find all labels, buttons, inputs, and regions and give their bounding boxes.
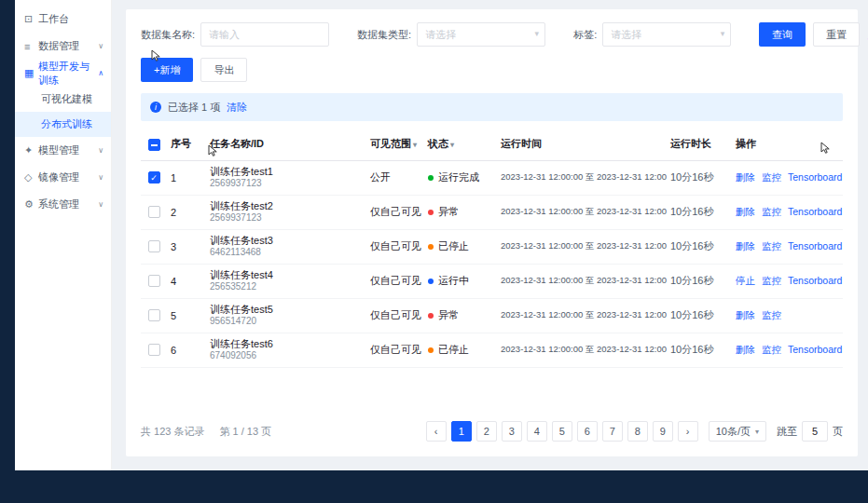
chevron-down-icon: ∨ xyxy=(98,200,103,209)
chevron-down-icon: ∨ xyxy=(98,146,103,155)
sidebar-item-data-management[interactable]: ≡ 数据管理 ∨ xyxy=(15,33,111,60)
selection-count-text: 已选择 1 项 xyxy=(168,101,220,115)
clear-selection-link[interactable]: 清除 xyxy=(227,101,247,115)
row-index: 4 xyxy=(167,264,206,298)
reset-button[interactable]: 重置 xyxy=(813,22,860,47)
gear-icon: ⚙ xyxy=(24,198,38,211)
diamond-icon: ◇ xyxy=(24,171,38,184)
task-name[interactable]: 训练任务test6 xyxy=(210,338,363,350)
status-dot xyxy=(428,244,434,250)
name-filter-input[interactable] xyxy=(200,22,329,47)
tensorboard-action[interactable]: Tensorboard xyxy=(788,275,842,286)
row-checkbox[interactable] xyxy=(148,240,160,252)
sidebar-item-visual-modeling[interactable]: 可视化建模 xyxy=(15,87,111,112)
row-checkbox[interactable]: ✓ xyxy=(148,171,160,184)
page-button-3[interactable]: 3 xyxy=(502,421,522,442)
row-checkbox[interactable] xyxy=(148,309,160,321)
main-area: 数据集名称: 数据集类型: ▾ 标签: ▾ xyxy=(112,0,868,470)
row-checkbox[interactable] xyxy=(148,206,160,218)
jump-suffix: 页 xyxy=(833,425,843,439)
delete-action[interactable]: 删除 xyxy=(736,206,755,217)
tensorboard-action[interactable]: Tensorboard xyxy=(788,344,842,355)
delete-action[interactable]: 删除 xyxy=(736,171,755,183)
status-text: 异常 xyxy=(438,309,459,320)
page-button-9[interactable]: 9 xyxy=(653,421,673,442)
row-checkbox[interactable] xyxy=(148,344,160,356)
export-button[interactable]: 导出 xyxy=(200,58,247,82)
select-all-checkbox[interactable] xyxy=(148,139,160,151)
selection-bar: i 已选择 1 项 清除 xyxy=(141,93,843,121)
page-button-5[interactable]: 5 xyxy=(552,421,572,442)
page-button-4[interactable]: 4 xyxy=(527,421,547,442)
next-page-button[interactable]: › xyxy=(678,421,698,442)
jump-page-input[interactable] xyxy=(802,421,828,442)
page-button-1[interactable]: 1 xyxy=(451,421,472,442)
scope-cell: 公开 xyxy=(366,160,424,195)
monitor-action[interactable]: 监控 xyxy=(762,206,781,217)
col-header-time: 运行时间 xyxy=(497,129,667,160)
run-time: 2023-12-31 12:00:00 至 2023-12-31 12:00:0… xyxy=(497,264,667,298)
page-button-7[interactable]: 7 xyxy=(602,421,623,442)
tag-filter-select[interactable] xyxy=(602,22,731,47)
delete-action[interactable]: 删除 xyxy=(736,344,755,355)
type-filter-label: 数据集类型: xyxy=(357,28,411,42)
stop-action[interactable]: 停止 xyxy=(736,275,755,286)
chevron-up-icon: ∧ xyxy=(98,69,103,77)
monitor-action[interactable]: 监控 xyxy=(762,171,781,183)
chevron-down-icon: ▾ xyxy=(755,428,759,436)
monitor-action[interactable]: 监控 xyxy=(762,344,781,355)
chevron-down-icon: ∨ xyxy=(98,173,103,182)
page-button-8[interactable]: 8 xyxy=(627,421,648,442)
table-footer: 共 123 条记录 第 1 / 13 页 ‹ 1 2 3 4 5 6 7 8 9… xyxy=(141,421,843,442)
scope-cell: 仅自己可见 xyxy=(366,333,424,367)
monitor-action[interactable]: 监控 xyxy=(762,240,781,252)
total-records-text: 共 123 条记录 xyxy=(141,425,204,439)
type-filter-select[interactable] xyxy=(417,22,545,47)
monitor-action[interactable]: 监控 xyxy=(762,309,781,320)
filter-name-group: 数据集名称: xyxy=(141,22,329,47)
sidebar-item-model-management[interactable]: ✦ 模型管理 ∨ xyxy=(15,137,111,164)
add-button[interactable]: +新增 xyxy=(141,58,193,82)
col-header-status[interactable]: 状态▾ xyxy=(424,129,497,160)
sidebar-item-distributed-training[interactable]: 分布式训练 xyxy=(15,112,111,137)
page-size-value: 10条/页 xyxy=(716,425,751,439)
page-button-6[interactable]: 6 xyxy=(577,421,598,442)
run-time: 2023-12-31 12:00:00 至 2023-12-31 12:00:0… xyxy=(497,195,667,229)
prev-page-button[interactable]: ‹ xyxy=(426,421,447,442)
sidebar-sub-label: 分布式训练 xyxy=(41,117,92,131)
row-checkbox[interactable] xyxy=(148,275,160,287)
delete-action[interactable]: 删除 xyxy=(736,240,755,252)
row-index: 3 xyxy=(167,229,206,264)
sidebar-item-system-management[interactable]: ⚙ 系统管理 ∨ xyxy=(15,191,111,218)
task-name[interactable]: 训练任务test5 xyxy=(210,304,363,316)
tensorboard-action[interactable]: Tensorboard xyxy=(788,206,842,217)
sidebar-item-label: 模型管理 xyxy=(38,143,79,157)
task-id: 956514720 xyxy=(210,316,363,327)
col-header-scope[interactable]: 可见范围▾ xyxy=(366,129,424,160)
tensorboard-action[interactable]: Tensorboard xyxy=(788,171,842,183)
sidebar-item-workbench[interactable]: ⊡ 工作台 xyxy=(15,6,111,33)
sidebar-item-image-management[interactable]: ◇ 镜像管理 ∨ xyxy=(15,164,111,191)
tag-filter-label: 标签: xyxy=(573,28,597,42)
run-time: 2023-12-31 12:00:00 至 2023-12-31 12:00:0… xyxy=(497,160,667,195)
sidebar-item-model-dev-training[interactable]: ▦ 模型开发与训练 ∧ xyxy=(15,60,111,87)
task-name[interactable]: 训练任务test4 xyxy=(210,269,363,281)
table-row: ✓ 1 训练任务test1 2569937123 公开 运行完成 2023-12… xyxy=(141,160,843,195)
filter-type-group: 数据集类型: ▾ xyxy=(357,22,545,47)
tensorboard-action[interactable]: Tensorboard xyxy=(788,240,842,252)
search-button[interactable]: 查询 xyxy=(759,22,806,47)
task-name[interactable]: 训练任务test2 xyxy=(210,200,363,212)
scope-cell: 仅自己可见 xyxy=(366,195,424,229)
page-size-select[interactable]: 10条/页 ▾ xyxy=(709,421,766,442)
delete-action[interactable]: 删除 xyxy=(736,309,755,320)
run-time: 2023-12-31 12:00:00 至 2023-12-31 12:00:0… xyxy=(497,333,667,367)
run-time: 2023-12-31 12:00:00 至 2023-12-31 12:00:0… xyxy=(497,229,667,264)
monitor-action[interactable]: 监控 xyxy=(762,275,781,286)
task-name[interactable]: 训练任务test3 xyxy=(210,235,363,247)
content-card: 数据集名称: 数据集类型: ▾ 标签: ▾ xyxy=(126,9,858,456)
left-rail xyxy=(0,0,15,470)
status-dot xyxy=(428,347,434,353)
task-id: 674092056 xyxy=(210,350,363,361)
page-button-2[interactable]: 2 xyxy=(476,421,497,442)
task-name[interactable]: 训练任务test1 xyxy=(210,166,363,178)
